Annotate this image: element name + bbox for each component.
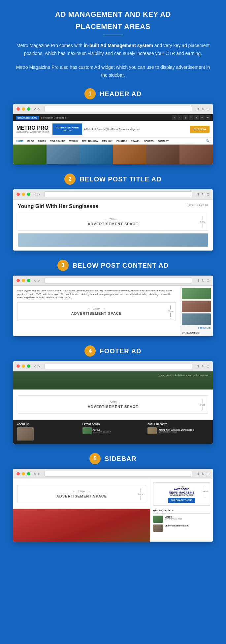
nav-travel[interactable]: TRAVEL: [131, 140, 140, 142]
dot-red-3: [16, 279, 20, 282]
mail-icon[interactable]: m: [200, 115, 205, 120]
dot-red-2: [16, 193, 20, 196]
back-btn-5[interactable]: <: [34, 471, 36, 476]
s3-sidebar: Follow Me! CATEGORIES: [180, 286, 213, 336]
s5-recent-posts-widget: RECENT POSTS Circus JANUARY 23, 2017 V: [153, 509, 210, 532]
s5-recent-post-1-date: JANUARY 23, 2017: [165, 518, 182, 520]
s2-post-header: Young Girl With Her Sunglasses Home > Bl…: [18, 203, 208, 209]
s3-follow-me[interactable]: Follow Me!: [182, 326, 211, 329]
s4-ad-width-indicator: ← 728px →: [104, 400, 122, 403]
s4-footer-latest-post: Circus JANUARY 23, 2017: [82, 427, 144, 434]
back-btn-2[interactable]: <: [34, 192, 36, 197]
v-line-top-s5: [141, 488, 141, 492]
s4-content: Lorem Ipsum is that it has a more-or-les…: [13, 371, 213, 444]
s2-post-title: Young Girl With Her Sunglasses: [18, 203, 98, 209]
s5-purchase-button[interactable]: PURCHASE THEME: [168, 498, 195, 503]
browser-bar-1: < > ⬆ ↻ ⊡: [13, 104, 213, 114]
s4-footer-latest-img: [82, 427, 92, 434]
nav-blog[interactable]: BLOG: [27, 140, 34, 142]
advertise-size: 728 X 90: [56, 129, 79, 132]
arrow-left-s4: ←: [104, 400, 107, 403]
twitter-icon[interactable]: t: [178, 115, 182, 120]
nav-technology[interactable]: TECHNOLOGY: [82, 140, 98, 142]
s2-ad-space-box: ← 728px → ADVERTISEMENT SPACE 90px: [18, 213, 208, 231]
linkedin-icon[interactable]: in: [206, 115, 210, 120]
dot-green-3: [27, 279, 30, 282]
breaking-news-bar: BREAKING NEWS Selection of Musician's Fr…: [13, 114, 213, 121]
share-icon-3: ⬆: [197, 279, 200, 283]
s5-recent-post-2-text: Vi (media personality): [165, 524, 189, 532]
s5-sidebar-ad-widget: 200px AWESOME NEWS MAGAZINE WORDPRESS TH…: [153, 482, 210, 506]
s4-footer-latest-title: LATEST POSTS: [82, 423, 144, 425]
facebook-icon[interactable]: f: [172, 115, 177, 120]
buy-now-button[interactable]: BUY NOW: [190, 126, 210, 133]
fwd-btn-5[interactable]: >: [38, 471, 40, 476]
nav-sports[interactable]: SPORTS: [144, 140, 154, 142]
section-3-title: BELOW POST CONTENT AD: [73, 262, 169, 269]
section-2-number: 2: [64, 174, 76, 185]
url-bar-3[interactable]: [45, 278, 192, 283]
nav-fashion[interactable]: FASHION: [102, 140, 113, 142]
nav-bar: HOME BLOG PAGES STYLE GUIDE WORLD TECHNO…: [13, 137, 213, 145]
youtube-icon[interactable]: y: [189, 115, 193, 120]
s5-ad-area: ← 728px → ADVERTISEMENT SPACE 90px: [13, 479, 150, 509]
s5-sidebar-size-label: 200px: [156, 485, 207, 488]
s4-footer-about-col: ABOUT US: [17, 423, 79, 441]
nav-world[interactable]: WORLD: [69, 140, 78, 142]
advertise-here-block: ADVERTISE HERE 728 X 90: [52, 123, 82, 135]
v-line-bottom-s5: [141, 496, 141, 500]
section-5-header: 5 SIDEBAR: [13, 453, 213, 464]
url-bar-2[interactable]: [45, 191, 192, 197]
s3-sidebar-images: [182, 288, 211, 325]
hero-img-5: [146, 145, 179, 164]
nav-politics[interactable]: POLITICS: [116, 140, 127, 142]
fwd-btn-4[interactable]: >: [38, 364, 40, 369]
rss-icon[interactable]: r: [194, 115, 199, 120]
back-btn-4[interactable]: <: [34, 364, 36, 369]
section-5-title: SIDEBAR: [105, 455, 137, 463]
s4-footer-popular-text: Young Girl With Her Sunglasses NOVEMBER …: [158, 429, 194, 433]
reload-icon-5: ↻: [202, 472, 205, 476]
s5-recent-post-1: Circus JANUARY 23, 2017: [153, 516, 210, 523]
dot-green-1: [27, 107, 30, 111]
google-icon[interactable]: g: [183, 115, 188, 120]
reload-icon-1: ↻: [202, 107, 205, 111]
search-icon[interactable]: 🔍: [206, 139, 210, 143]
browser-bar-5: < > ⬆ ↻ ⊡: [13, 469, 213, 479]
dot-red-5: [16, 472, 20, 475]
nav-contact[interactable]: CONTACT: [157, 140, 169, 142]
fwd-btn-2[interactable]: >: [38, 192, 40, 197]
back-btn-3[interactable]: <: [34, 278, 36, 283]
section-5: 5 SIDEBAR < > ⬆ ↻ ⊡: [13, 453, 213, 542]
nav-style-guide[interactable]: STYLE GUIDE: [50, 140, 65, 142]
s2-height-indicator: 90px: [200, 216, 205, 228]
s4-footer-popular-name: Young Girl With Her Sunglasses: [158, 429, 194, 431]
nav-pages[interactable]: PAGES: [38, 140, 46, 142]
main-title: AD MANAGEMENT AND KEY AD PLACEMENT AREAS: [13, 10, 213, 31]
url-bar-4[interactable]: [45, 363, 192, 369]
logo-area: METRO PRO Just another WordPress Theme A…: [13, 121, 213, 137]
intro-paragraph1: Metro Magazine Pro comes with in-built A…: [13, 42, 213, 58]
url-bar-1[interactable]: [45, 106, 192, 112]
s5-sidebar-height: 200px: [203, 491, 208, 493]
s4-footer-latest-name: Circus: [93, 429, 111, 431]
browser-actions-2: ⬆ ↻ ⊡: [197, 192, 210, 197]
reload-icon-2: ↻: [202, 192, 205, 197]
nav-home[interactable]: HOME: [16, 140, 23, 142]
s2-height-label: 90px: [200, 221, 205, 223]
browser-bar-4: < > ⬆ ↻ ⊡: [13, 361, 213, 371]
browser-actions-3: ⬆ ↻ ⊡: [197, 279, 210, 283]
fwd-btn-3[interactable]: >: [38, 278, 40, 283]
back-btn-1[interactable]: <: [34, 107, 36, 112]
s4-footer-popular-img: [147, 427, 157, 434]
url-bar-5[interactable]: [45, 471, 192, 477]
section-4-header: 4 FOOTER AD: [13, 345, 213, 357]
expand-icon-5: ⊡: [207, 472, 210, 476]
expand-icon-1: ⊡: [207, 107, 210, 111]
s3-categories-label: CATEGORIES: [182, 331, 211, 334]
s4-footer-bar: ABOUT US LATEST POSTS Circus JANUARY 23,…: [13, 420, 213, 444]
arrow-right-s3: →: [103, 307, 105, 310]
s4-height-indicator: 90px: [200, 399, 205, 410]
s5-sidebar-ad-box: 200px AWESOME NEWS MAGAZINE WORDPRESS TH…: [153, 482, 210, 506]
fwd-btn-1[interactable]: >: [38, 107, 40, 112]
